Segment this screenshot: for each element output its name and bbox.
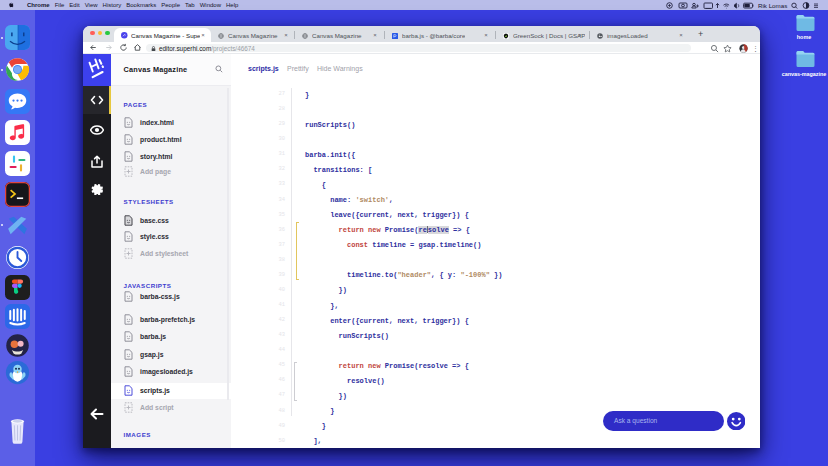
svg-text:Rik Lomas: Rik Lomas (758, 2, 787, 9)
